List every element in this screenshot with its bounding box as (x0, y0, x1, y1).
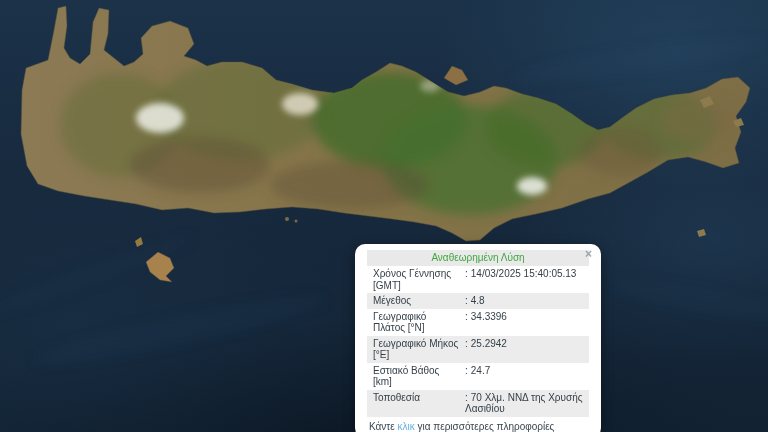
row-value: :70 Χλμ. ΝΝΔ της Χρυσής Λασιθίου (465, 392, 583, 415)
earthquake-table: Αναθεωρημένη Λύση Χρόνος Γέννησης [GMT] … (367, 250, 589, 417)
popup-footer: Κάντε κλικ για περισσότερες πληροφορίες (367, 417, 589, 432)
separator: : (465, 295, 468, 306)
separator: : (465, 365, 468, 376)
row-value: :4.8 (465, 295, 583, 307)
location-value: 70 Χλμ. ΝΝΔ της Χρυσής Λασιθίου (465, 392, 583, 415)
earthquake-info-popup: × Αναθεωρημένη Λύση Χρόνος Γέννησης [GMT… (355, 244, 601, 432)
row-label: Γεωγραφικό Μήκος [°E] (373, 338, 465, 361)
islet-dia (444, 66, 468, 85)
table-row-origin-time: Χρόνος Γέννησης [GMT] :14/03/2025 15:40:… (367, 266, 589, 293)
crete-island (21, 6, 750, 241)
depth-value: 24.7 (471, 365, 490, 376)
row-label: Χρόνος Γέννησης [GMT] (373, 268, 465, 291)
row-value: :25.2942 (465, 338, 583, 361)
close-icon[interactable]: × (585, 248, 592, 260)
footer-prefix: Κάντε (369, 421, 398, 432)
table-row-latitude: Γεωγραφικό Πλάτος [°N] :34.3396 (367, 309, 589, 336)
row-label: Τοποθεσία (373, 392, 465, 415)
separator: : (465, 311, 468, 322)
table-row-depth: Εστιακό Βάθος [km] :24.7 (367, 363, 589, 390)
separator: : (465, 268, 468, 279)
latitude-value: 34.3396 (471, 311, 507, 322)
table-row-magnitude: Μέγεθος :4.8 (367, 293, 589, 309)
separator: : (465, 392, 468, 403)
row-value: :14/03/2025 15:40:05.13 (465, 268, 583, 291)
magnitude-value: 4.8 (471, 295, 485, 306)
row-value: :34.3396 (465, 311, 583, 334)
origin-time-value: 14/03/2025 15:40:05.13 (471, 268, 577, 279)
footer-suffix: για περισσότερες πληροφορίες (415, 421, 555, 432)
satellite-map[interactable]: × Αναθεωρημένη Λύση Χρόνος Γέννησης [GMT… (0, 0, 768, 432)
popup-title: Αναθεωρημένη Λύση (367, 250, 589, 266)
longitude-value: 25.2942 (471, 338, 507, 349)
row-label: Γεωγραφικό Πλάτος [°N] (373, 311, 465, 334)
row-label: Μέγεθος (373, 295, 465, 307)
table-row-location: Τοποθεσία :70 Χλμ. ΝΝΔ της Χρυσής Λασιθί… (367, 390, 589, 417)
table-row-longitude: Γεωγραφικό Μήκος [°E] :25.2942 (367, 336, 589, 363)
row-label: Εστιακό Βάθος [km] (373, 365, 465, 388)
row-value: :24.7 (465, 365, 583, 388)
separator: : (465, 338, 468, 349)
more-info-link[interactable]: κλικ (398, 421, 415, 432)
